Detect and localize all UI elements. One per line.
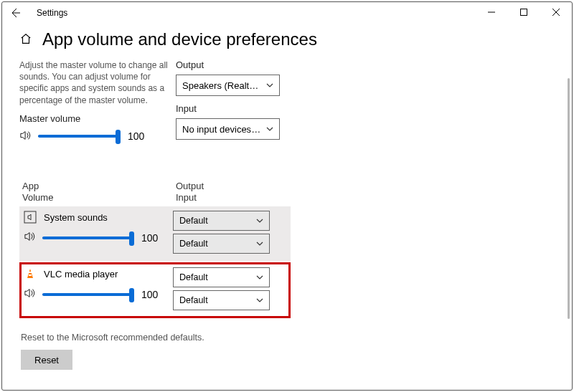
app-input-dropdown-system[interactable]: Default bbox=[173, 234, 270, 254]
app-row-system-sounds: System sounds 100 Default bbox=[19, 206, 291, 261]
volume-icon[interactable] bbox=[24, 287, 37, 301]
reset-description: Reset to the Microsoft recommended defau… bbox=[21, 333, 555, 343]
app-input-dropdown-vlc[interactable]: Default bbox=[173, 290, 270, 310]
app-volume-value: 100 bbox=[141, 232, 158, 244]
slider-thumb[interactable] bbox=[129, 288, 134, 302]
chevron-down-icon bbox=[266, 82, 273, 89]
svg-rect-7 bbox=[29, 274, 32, 276]
input-device-value: No input devices fo… bbox=[182, 124, 262, 135]
column-header-output-input: OutputInput bbox=[176, 181, 204, 204]
minimize-button[interactable] bbox=[475, 2, 507, 22]
maximize-button[interactable] bbox=[507, 2, 540, 22]
minimize-icon bbox=[488, 9, 495, 16]
column-header-app: AppVolume bbox=[22, 181, 176, 204]
input-device-dropdown[interactable]: No input devices fo… bbox=[176, 118, 280, 140]
scrollbar[interactable] bbox=[568, 78, 570, 319]
chevron-down-icon bbox=[256, 240, 263, 247]
slider-thumb[interactable] bbox=[116, 130, 121, 144]
master-volume-value: 100 bbox=[128, 130, 144, 142]
svg-rect-1 bbox=[520, 9, 527, 16]
home-icon[interactable] bbox=[19, 32, 32, 47]
window-title: Settings bbox=[37, 8, 67, 18]
output-label: Output bbox=[176, 59, 555, 70]
back-button[interactable] bbox=[8, 6, 22, 20]
svg-rect-6 bbox=[29, 272, 32, 273]
system-sounds-icon bbox=[24, 211, 37, 224]
input-label: Input bbox=[176, 103, 555, 114]
reset-button[interactable]: Reset bbox=[21, 350, 72, 370]
chevron-down-icon bbox=[256, 274, 263, 281]
volume-icon[interactable] bbox=[24, 231, 37, 244]
app-row-vlc: VLC media player 100 Default bbox=[19, 262, 291, 318]
page-title: App volume and device preferences bbox=[42, 29, 317, 49]
close-button[interactable] bbox=[540, 2, 572, 22]
app-volume-slider-vlc[interactable] bbox=[42, 289, 134, 300]
master-volume-slider[interactable] bbox=[38, 130, 121, 142]
chevron-down-icon bbox=[256, 217, 263, 224]
description-text: Adjust the master volume to change all s… bbox=[19, 59, 170, 106]
maximize-icon bbox=[520, 9, 527, 16]
app-output-dropdown-system[interactable]: Default bbox=[173, 211, 270, 231]
master-volume-label: Master volume bbox=[19, 113, 176, 124]
app-volume-value: 100 bbox=[141, 289, 158, 300]
app-name: System sounds bbox=[44, 212, 108, 223]
output-device-dropdown[interactable]: Speakers (Realtek Hi… bbox=[176, 75, 280, 96]
svg-marker-5 bbox=[27, 269, 33, 278]
slider-thumb[interactable] bbox=[129, 231, 134, 246]
app-output-dropdown-vlc[interactable]: Default bbox=[173, 267, 270, 287]
chevron-down-icon bbox=[256, 297, 263, 304]
app-name: VLC media player bbox=[44, 269, 118, 279]
app-volume-slider-system[interactable] bbox=[42, 232, 134, 244]
vlc-icon bbox=[24, 267, 37, 280]
output-device-value: Speakers (Realtek Hi… bbox=[182, 80, 262, 91]
close-icon bbox=[552, 9, 560, 16]
svg-rect-4 bbox=[24, 211, 36, 223]
volume-icon[interactable] bbox=[19, 130, 32, 143]
chevron-down-icon bbox=[266, 125, 273, 133]
arrow-left-icon bbox=[9, 7, 21, 19]
